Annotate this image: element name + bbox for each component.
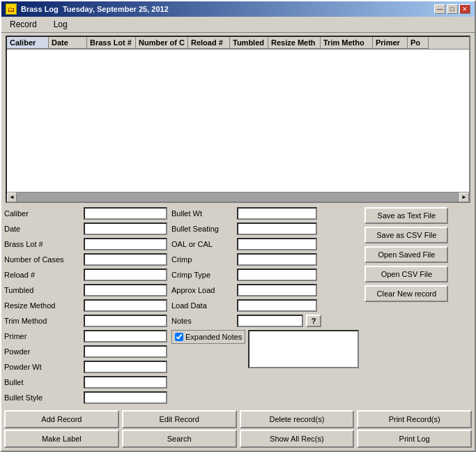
open-saved-button[interactable]: Open Saved File (364, 246, 448, 263)
menu-log[interactable]: Log (48, 18, 73, 31)
close-button[interactable]: ✕ (459, 4, 470, 14)
date-label: Date (4, 225, 81, 233)
notes-input[interactable] (237, 315, 303, 327)
maximize-button[interactable]: □ (447, 4, 458, 14)
trim-row: Trim Method (4, 313, 171, 329)
print-log-button[interactable]: Print Log (357, 430, 472, 448)
resize-row: Resize Method (4, 298, 171, 313)
bullet-wt-label: Bullet Wt (171, 209, 234, 218)
print-record-button[interactable]: Print Record(s) (357, 410, 472, 428)
reload-label: Reload # (4, 271, 81, 279)
col-trim[interactable]: Trim Metho (321, 37, 373, 49)
powder-wt-row: Powder Wt (4, 359, 171, 375)
menu-bar: Record Log (1, 17, 475, 33)
title-bar: 🗂 Brass Log Tuesday, September 25, 2012 … (1, 1, 475, 17)
powder-wt-label: Powder Wt (4, 363, 81, 371)
oal-input[interactable] (237, 238, 317, 250)
date-input[interactable] (84, 223, 167, 235)
approx-load-row: Approx Load (171, 282, 359, 298)
primer-input[interactable] (84, 330, 167, 342)
col-powder[interactable]: Po (408, 37, 429, 49)
reload-input[interactable] (84, 269, 167, 281)
window-title: Brass Log Tuesday, September 25, 2012 (21, 5, 169, 13)
crimp-row: Crimp (171, 252, 359, 267)
brass-lot-label: Brass Lot # (4, 240, 81, 248)
bullet-seating-row: Bullet Seating (171, 221, 359, 236)
primer-row: Primer (4, 329, 171, 344)
load-data-label: Load Data (171, 301, 234, 310)
tumbled-input[interactable] (84, 284, 167, 296)
crimp-label: Crimp (171, 255, 234, 264)
clear-new-button[interactable]: Clear New record (364, 285, 448, 302)
minimize-button[interactable]: — (434, 4, 445, 14)
col-reload[interactable]: Reload # (188, 37, 230, 49)
num-cases-input[interactable] (84, 253, 167, 266)
caliber-label: Caliber (4, 209, 81, 218)
make-label-button[interactable]: Make Label (4, 430, 119, 448)
powder-wt-input[interactable] (84, 361, 167, 373)
bullet-wt-row: Bullet Wt (171, 206, 359, 221)
bullet-style-input[interactable] (84, 391, 167, 404)
powder-row: Powder (4, 344, 171, 359)
crimp-type-input[interactable] (237, 269, 317, 281)
oal-row: OAL or CAL (171, 236, 359, 252)
bottom-buttons-row2: Make Label Search Show All Rec(s) Print … (4, 430, 472, 448)
brass-lot-input[interactable] (84, 238, 167, 250)
delete-record-button[interactable]: Delete record(s) (240, 410, 355, 428)
bullet-row: Bullet (4, 375, 171, 390)
expanded-notes-text: Expanded Notes (185, 333, 242, 341)
expanded-notes-checkbox[interactable] (175, 333, 183, 341)
app-icon: 🗂 (6, 3, 17, 15)
col-date[interactable]: Date (49, 37, 87, 49)
col-number[interactable]: Number of C (136, 37, 188, 49)
data-table: Caliber Date Brass Lot # Number of C Rel… (6, 36, 470, 203)
bullet-style-row: Bullet Style (4, 390, 171, 405)
right-form: Bullet Wt Bullet Seating OAL or CAL Crim… (171, 206, 359, 407)
bullet-seating-input[interactable] (237, 223, 317, 235)
open-csv-button[interactable]: Open CSV File (364, 266, 448, 282)
bullet-input[interactable] (84, 376, 167, 389)
powder-label: Powder (4, 347, 81, 356)
save-text-button[interactable]: Save as Text File (364, 207, 448, 224)
title-buttons: — □ ✕ (434, 4, 470, 14)
trim-label: Trim Method (4, 317, 81, 325)
col-resize[interactable]: Resize Meth (268, 37, 321, 49)
crimp-type-row: Crimp Type (171, 267, 359, 282)
tumbled-label: Tumbled (4, 286, 81, 294)
scroll-track[interactable] (17, 193, 459, 202)
resize-label: Resize Method (4, 301, 81, 310)
horizontal-scrollbar: ◄ ► (7, 192, 469, 202)
title-bar-left: 🗂 Brass Log Tuesday, September 25, 2012 (6, 3, 169, 15)
resize-input[interactable] (84, 299, 167, 312)
col-tumbled[interactable]: Tumbled (230, 37, 268, 49)
load-data-input[interactable] (237, 299, 317, 312)
notes-help-button[interactable]: ? (306, 315, 321, 327)
save-csv-button[interactable]: Save as CSV File (364, 227, 448, 243)
expanded-notes-label[interactable]: Expanded Notes (171, 330, 245, 344)
search-button[interactable]: Search (122, 430, 237, 448)
approx-load-label: Approx Load (171, 286, 234, 294)
col-brass-lot[interactable]: Brass Lot # (87, 37, 136, 49)
add-record-button[interactable]: Add Record (4, 410, 119, 428)
approx-load-input[interactable] (237, 284, 317, 296)
table-body (7, 50, 469, 200)
show-all-button[interactable]: Show All Rec(s) (240, 430, 355, 448)
edit-record-button[interactable]: Edit Record (122, 410, 237, 428)
expanded-notes-section: Expanded Notes (171, 330, 359, 368)
bullet-style-label: Bullet Style (4, 393, 81, 402)
notes-row: Notes ? (171, 313, 359, 329)
oal-label: OAL or CAL (171, 240, 234, 248)
col-primer[interactable]: Primer (373, 37, 408, 49)
menu-record[interactable]: Record (4, 18, 43, 31)
bullet-wt-input[interactable] (237, 207, 317, 220)
powder-input[interactable] (84, 345, 167, 358)
trim-input[interactable] (84, 315, 167, 327)
scroll-left-btn[interactable]: ◄ (7, 193, 17, 202)
action-buttons: Save as Text File Save as CSV File Open … (359, 207, 448, 407)
crimp-input[interactable] (237, 253, 317, 266)
caliber-input[interactable] (84, 207, 167, 220)
expanded-notes-textarea[interactable] (248, 330, 359, 368)
scroll-right-btn[interactable]: ► (459, 193, 469, 202)
col-caliber[interactable]: Caliber (7, 37, 49, 49)
num-cases-row: Number of Cases (4, 252, 171, 267)
